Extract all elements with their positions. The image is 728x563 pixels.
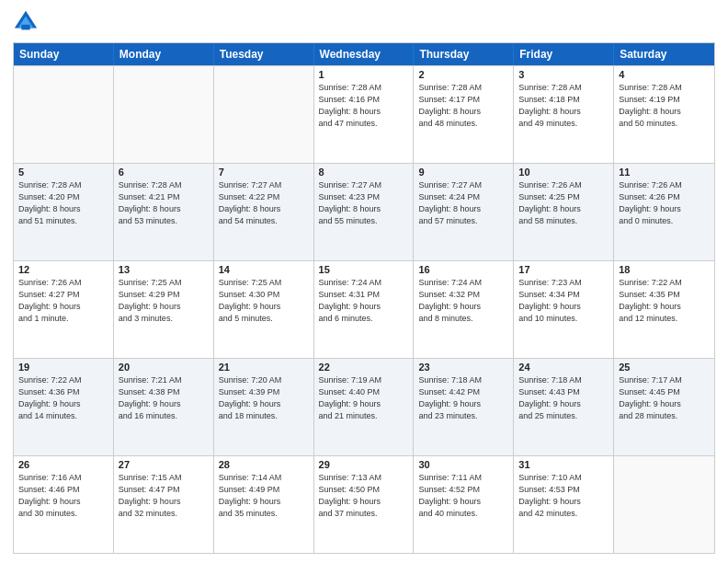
day-info: Sunrise: 7:28 AM Sunset: 4:21 PM Dayligh…: [119, 179, 209, 227]
day-number: 3: [518, 69, 609, 80]
day-number: 24: [518, 362, 609, 373]
day-info: Sunrise: 7:25 AM Sunset: 4:30 PM Dayligh…: [219, 277, 309, 325]
calendar-cell: 25Sunrise: 7:17 AM Sunset: 4:45 PM Dayli…: [614, 359, 714, 455]
day-info: Sunrise: 7:13 AM Sunset: 4:50 PM Dayligh…: [319, 472, 409, 520]
calendar-cell: 21Sunrise: 7:20 AM Sunset: 4:39 PM Dayli…: [214, 359, 314, 455]
day-number: 19: [18, 362, 108, 373]
day-info: Sunrise: 7:18 AM Sunset: 4:43 PM Dayligh…: [518, 374, 609, 422]
weekday-header: Thursday: [414, 43, 514, 65]
day-number: 15: [319, 264, 409, 275]
calendar-cell: 27Sunrise: 7:15 AM Sunset: 4:47 PM Dayli…: [114, 456, 214, 553]
calendar-cell: 7Sunrise: 7:27 AM Sunset: 4:22 PM Daylig…: [214, 164, 314, 260]
calendar-cell: 22Sunrise: 7:19 AM Sunset: 4:40 PM Dayli…: [314, 359, 415, 455]
day-number: 7: [219, 167, 309, 178]
calendar-cell: 19Sunrise: 7:22 AM Sunset: 4:36 PM Dayli…: [14, 359, 114, 455]
day-info: Sunrise: 7:20 AM Sunset: 4:39 PM Dayligh…: [219, 374, 309, 422]
day-info: Sunrise: 7:17 AM Sunset: 4:45 PM Dayligh…: [619, 374, 710, 422]
weekday-header: Friday: [514, 43, 614, 65]
calendar-body: 1Sunrise: 7:28 AM Sunset: 4:16 PM Daylig…: [14, 65, 714, 553]
day-number: 27: [119, 459, 209, 470]
weekday-header: Monday: [114, 43, 214, 65]
day-info: Sunrise: 7:16 AM Sunset: 4:46 PM Dayligh…: [18, 472, 108, 520]
calendar: SundayMondayTuesdayWednesdayThursdayFrid…: [13, 42, 715, 554]
day-info: Sunrise: 7:27 AM Sunset: 4:23 PM Dayligh…: [319, 179, 409, 227]
calendar-cell: 17Sunrise: 7:23 AM Sunset: 4:34 PM Dayli…: [514, 261, 614, 358]
day-info: Sunrise: 7:18 AM Sunset: 4:42 PM Dayligh…: [418, 374, 508, 422]
calendar-cell: [214, 66, 314, 163]
calendar-cell: 2Sunrise: 7:28 AM Sunset: 4:17 PM Daylig…: [414, 66, 514, 163]
weekday-header: Saturday: [614, 43, 714, 65]
day-number: 23: [418, 362, 508, 373]
weekday-header: Tuesday: [214, 43, 314, 65]
calendar-cell: [14, 66, 114, 163]
calendar-cell: 10Sunrise: 7:26 AM Sunset: 4:25 PM Dayli…: [514, 164, 614, 260]
calendar-cell: 14Sunrise: 7:25 AM Sunset: 4:30 PM Dayli…: [214, 261, 314, 358]
day-number: 10: [518, 167, 609, 178]
day-number: 5: [18, 167, 108, 178]
calendar-row: 26Sunrise: 7:16 AM Sunset: 4:46 PM Dayli…: [14, 455, 714, 553]
calendar-cell: 15Sunrise: 7:24 AM Sunset: 4:31 PM Dayli…: [314, 261, 415, 358]
day-number: 26: [18, 459, 108, 470]
calendar-cell: 9Sunrise: 7:27 AM Sunset: 4:24 PM Daylig…: [414, 164, 514, 260]
page-container: SundayMondayTuesdayWednesdayThursdayFrid…: [0, 0, 728, 563]
calendar-cell: 20Sunrise: 7:21 AM Sunset: 4:38 PM Dayli…: [114, 359, 214, 455]
calendar-row: 5Sunrise: 7:28 AM Sunset: 4:20 PM Daylig…: [14, 163, 714, 260]
calendar-cell: 28Sunrise: 7:14 AM Sunset: 4:49 PM Dayli…: [214, 456, 314, 553]
day-info: Sunrise: 7:28 AM Sunset: 4:17 PM Dayligh…: [418, 82, 508, 130]
calendar-row: 12Sunrise: 7:26 AM Sunset: 4:27 PM Dayli…: [14, 260, 714, 358]
calendar-cell: 1Sunrise: 7:28 AM Sunset: 4:16 PM Daylig…: [314, 66, 415, 163]
day-number: 28: [219, 459, 309, 470]
calendar-cell: 8Sunrise: 7:27 AM Sunset: 4:23 PM Daylig…: [314, 164, 415, 260]
calendar-cell: 6Sunrise: 7:28 AM Sunset: 4:21 PM Daylig…: [114, 164, 214, 260]
calendar-cell: 26Sunrise: 7:16 AM Sunset: 4:46 PM Dayli…: [14, 456, 114, 553]
day-number: 12: [18, 264, 108, 275]
svg-rect-2: [21, 25, 29, 30]
day-number: 25: [619, 362, 710, 373]
calendar-cell: 29Sunrise: 7:13 AM Sunset: 4:50 PM Dayli…: [314, 456, 415, 553]
day-number: 9: [418, 167, 508, 178]
day-info: Sunrise: 7:23 AM Sunset: 4:34 PM Dayligh…: [518, 277, 609, 325]
day-info: Sunrise: 7:14 AM Sunset: 4:49 PM Dayligh…: [219, 472, 309, 520]
day-info: Sunrise: 7:19 AM Sunset: 4:40 PM Dayligh…: [319, 374, 409, 422]
calendar-cell: 16Sunrise: 7:24 AM Sunset: 4:32 PM Dayli…: [414, 261, 514, 358]
day-number: 6: [119, 167, 209, 178]
day-info: Sunrise: 7:21 AM Sunset: 4:38 PM Dayligh…: [119, 374, 209, 422]
weekday-header: Wednesday: [314, 43, 415, 65]
day-info: Sunrise: 7:24 AM Sunset: 4:31 PM Dayligh…: [319, 277, 409, 325]
calendar-cell: 13Sunrise: 7:25 AM Sunset: 4:29 PM Dayli…: [114, 261, 214, 358]
calendar-cell: 30Sunrise: 7:11 AM Sunset: 4:52 PM Dayli…: [414, 456, 514, 553]
day-number: 18: [619, 264, 710, 275]
day-number: 22: [319, 362, 409, 373]
calendar-cell: 23Sunrise: 7:18 AM Sunset: 4:42 PM Dayli…: [414, 359, 514, 455]
day-number: 14: [219, 264, 309, 275]
calendar-cell: 31Sunrise: 7:10 AM Sunset: 4:53 PM Dayli…: [514, 456, 614, 553]
weekday-header: Sunday: [14, 43, 114, 65]
day-info: Sunrise: 7:22 AM Sunset: 4:36 PM Dayligh…: [18, 374, 108, 422]
day-number: 8: [319, 167, 409, 178]
day-info: Sunrise: 7:25 AM Sunset: 4:29 PM Dayligh…: [119, 277, 209, 325]
calendar-cell: 12Sunrise: 7:26 AM Sunset: 4:27 PM Dayli…: [14, 261, 114, 358]
day-info: Sunrise: 7:22 AM Sunset: 4:35 PM Dayligh…: [619, 277, 710, 325]
day-info: Sunrise: 7:26 AM Sunset: 4:26 PM Dayligh…: [619, 179, 710, 227]
calendar-row: 1Sunrise: 7:28 AM Sunset: 4:16 PM Daylig…: [14, 65, 714, 163]
calendar-header: SundayMondayTuesdayWednesdayThursdayFrid…: [14, 43, 714, 65]
calendar-cell: 11Sunrise: 7:26 AM Sunset: 4:26 PM Dayli…: [614, 164, 714, 260]
calendar-cell: [114, 66, 214, 163]
day-info: Sunrise: 7:24 AM Sunset: 4:32 PM Dayligh…: [418, 277, 508, 325]
day-number: 30: [418, 459, 508, 470]
page-header: [13, 9, 715, 35]
day-number: 20: [119, 362, 209, 373]
calendar-cell: 24Sunrise: 7:18 AM Sunset: 4:43 PM Dayli…: [514, 359, 614, 455]
calendar-cell: 4Sunrise: 7:28 AM Sunset: 4:19 PM Daylig…: [614, 66, 714, 163]
day-info: Sunrise: 7:28 AM Sunset: 4:19 PM Dayligh…: [619, 82, 710, 130]
day-info: Sunrise: 7:11 AM Sunset: 4:52 PM Dayligh…: [418, 472, 508, 520]
day-number: 2: [418, 69, 508, 80]
day-info: Sunrise: 7:27 AM Sunset: 4:24 PM Dayligh…: [418, 179, 508, 227]
day-number: 31: [518, 459, 609, 470]
day-number: 13: [119, 264, 209, 275]
day-number: 4: [619, 69, 710, 80]
calendar-cell: [614, 456, 714, 553]
day-number: 29: [319, 459, 409, 470]
day-info: Sunrise: 7:28 AM Sunset: 4:20 PM Dayligh…: [18, 179, 108, 227]
calendar-cell: 3Sunrise: 7:28 AM Sunset: 4:18 PM Daylig…: [514, 66, 614, 163]
